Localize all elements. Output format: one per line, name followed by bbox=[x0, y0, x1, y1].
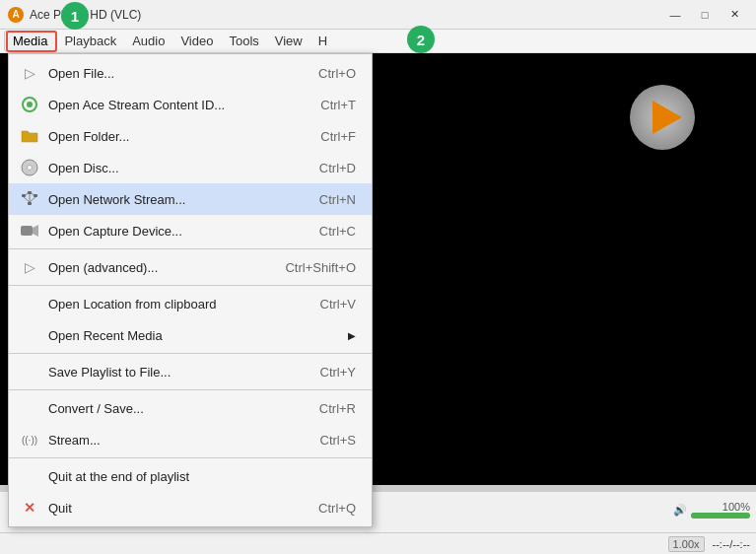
quit-icon: ✕ bbox=[19, 497, 40, 519]
menu-item-audio[interactable]: Audio bbox=[124, 32, 172, 50]
open-recent-arrow: ▶ bbox=[348, 330, 356, 341]
open-disc-icon bbox=[19, 157, 40, 178]
open-file-shortcut: Ctrl+O bbox=[318, 66, 356, 81]
menu-stream[interactable]: ((·)) Stream... Ctrl+S bbox=[9, 424, 372, 455]
open-disc-label: Open Disc... bbox=[48, 161, 319, 175]
menu-open-location[interactable]: Open Location from clipboard Ctrl+V bbox=[9, 288, 372, 319]
convert-shortcut: Ctrl+R bbox=[319, 401, 356, 416]
time-display: --:--/--:-- bbox=[713, 538, 750, 550]
open-location-icon bbox=[19, 293, 40, 314]
separator-5 bbox=[9, 457, 372, 458]
speed-badge[interactable]: 1.00x bbox=[668, 536, 705, 552]
open-advanced-label: Open (advanced)... bbox=[48, 260, 285, 275]
open-network-shortcut: Ctrl+N bbox=[319, 192, 356, 207]
status-bar: 1.00x --:--/--:-- bbox=[0, 532, 756, 554]
minimize-button[interactable]: — bbox=[661, 5, 689, 25]
open-recent-icon bbox=[19, 324, 40, 346]
open-ace-icon bbox=[19, 94, 40, 115]
menu-open-folder[interactable]: Open Folder... Ctrl+F bbox=[9, 120, 372, 152]
save-playlist-icon bbox=[19, 361, 40, 382]
menu-item-playback[interactable]: Playback bbox=[56, 32, 124, 50]
open-capture-shortcut: Ctrl+C bbox=[319, 224, 356, 239]
svg-rect-7 bbox=[28, 202, 32, 205]
menu-item-view[interactable]: View bbox=[267, 32, 310, 50]
separator-2 bbox=[9, 285, 372, 286]
menu-quit[interactable]: ✕ Quit Ctrl+Q bbox=[9, 492, 372, 523]
quit-label: Quit bbox=[48, 501, 318, 516]
open-location-label: Open Location from clipboard bbox=[48, 297, 320, 312]
svg-point-1 bbox=[27, 102, 33, 107]
quit-end-label: Quit at the end of playlist bbox=[48, 469, 356, 484]
open-capture-icon bbox=[19, 220, 40, 242]
volume-icon: 🔊 bbox=[673, 504, 687, 517]
window-controls: — □ ✕ bbox=[661, 5, 748, 25]
stream-shortcut: Ctrl+S bbox=[320, 433, 356, 448]
maximize-button[interactable]: □ bbox=[691, 5, 719, 25]
open-disc-shortcut: Ctrl+D bbox=[319, 161, 356, 175]
quit-shortcut: Ctrl+Q bbox=[318, 501, 356, 516]
app-icon-letter: A bbox=[12, 9, 19, 20]
svg-line-11 bbox=[24, 197, 30, 202]
menu-open-advanced[interactable]: ▷ Open (advanced)... Ctrl+Shift+O bbox=[9, 251, 372, 283]
open-advanced-icon: ▷ bbox=[19, 256, 40, 278]
svg-rect-13 bbox=[21, 226, 33, 236]
separator-3 bbox=[9, 353, 372, 354]
open-advanced-shortcut: Ctrl+Shift+O bbox=[285, 260, 356, 275]
svg-line-8 bbox=[26, 193, 28, 196]
open-location-shortcut: Ctrl+V bbox=[320, 297, 356, 312]
open-file-label: Open File... bbox=[48, 66, 318, 81]
menu-save-playlist[interactable]: Save Playlist to File... Ctrl+Y bbox=[9, 356, 372, 387]
open-capture-label: Open Capture Device... bbox=[48, 224, 319, 239]
volume-percent: 100% bbox=[722, 501, 750, 513]
menu-quit-end[interactable]: Quit at the end of playlist bbox=[9, 460, 372, 492]
menu-open-ace[interactable]: Open Ace Stream Content ID... Ctrl+T bbox=[9, 89, 372, 120]
save-playlist-shortcut: Ctrl+Y bbox=[320, 365, 356, 380]
open-folder-icon bbox=[19, 125, 40, 147]
volume-bar[interactable] bbox=[691, 513, 750, 519]
menu-item-video[interactable]: Video bbox=[172, 32, 221, 50]
svg-point-3 bbox=[28, 166, 33, 171]
svg-rect-6 bbox=[34, 194, 37, 197]
separator-4 bbox=[9, 389, 372, 390]
save-playlist-label: Save Playlist to File... bbox=[48, 365, 320, 380]
menu-open-network[interactable]: Open Network Stream... Ctrl+N bbox=[9, 183, 372, 215]
app-icon: A bbox=[8, 7, 24, 23]
menu-item-media[interactable]: Media bbox=[4, 31, 56, 51]
volume-area: 🔊 100% bbox=[673, 501, 750, 519]
open-network-icon bbox=[19, 188, 40, 210]
stream-label: Stream... bbox=[48, 433, 320, 448]
open-network-label: Open Network Stream... bbox=[48, 192, 319, 207]
menu-item-help[interactable]: H bbox=[310, 32, 335, 50]
open-ace-label: Open Ace Stream Content ID... bbox=[48, 98, 320, 112]
media-dropdown: ▷ Open File... Ctrl+O Open Ace Stream Co… bbox=[8, 53, 373, 527]
svg-rect-4 bbox=[22, 194, 26, 197]
menu-bar: Media Playback Audio Video Tools View H … bbox=[0, 30, 756, 53]
volume-fill bbox=[691, 513, 750, 519]
svg-line-9 bbox=[32, 193, 34, 196]
menu-open-file[interactable]: ▷ Open File... Ctrl+O bbox=[9, 57, 372, 89]
menu-item-tools[interactable]: Tools bbox=[221, 32, 266, 50]
stream-icon: ((·)) bbox=[19, 429, 40, 450]
menu-open-disc[interactable]: Open Disc... Ctrl+D bbox=[9, 152, 372, 183]
svg-marker-14 bbox=[33, 225, 38, 237]
title-bar: A Ace Player HD (VLC) — □ ✕ bbox=[0, 0, 756, 30]
open-file-icon: ▷ bbox=[19, 62, 40, 84]
badge-2: 2 bbox=[407, 26, 435, 53]
close-button[interactable]: ✕ bbox=[721, 5, 748, 25]
svg-line-12 bbox=[30, 197, 35, 202]
menu-open-recent[interactable]: Open Recent Media ▶ bbox=[9, 319, 372, 351]
open-folder-label: Open Folder... bbox=[48, 129, 320, 144]
quit-end-icon bbox=[19, 465, 40, 487]
badge-1: 1 bbox=[61, 2, 89, 30]
open-folder-shortcut: Ctrl+F bbox=[320, 129, 356, 144]
open-recent-label: Open Recent Media bbox=[48, 328, 340, 343]
menu-convert[interactable]: Convert / Save... Ctrl+R bbox=[9, 392, 372, 424]
separator-1 bbox=[9, 248, 372, 249]
convert-icon bbox=[19, 397, 40, 419]
svg-rect-5 bbox=[28, 191, 32, 194]
vlc-play-button[interactable] bbox=[628, 83, 697, 155]
open-ace-shortcut: Ctrl+T bbox=[320, 98, 356, 112]
status-right: 1.00x --:--/--:-- bbox=[668, 536, 750, 552]
menu-open-capture[interactable]: Open Capture Device... Ctrl+C bbox=[9, 215, 372, 246]
convert-label: Convert / Save... bbox=[48, 401, 319, 416]
